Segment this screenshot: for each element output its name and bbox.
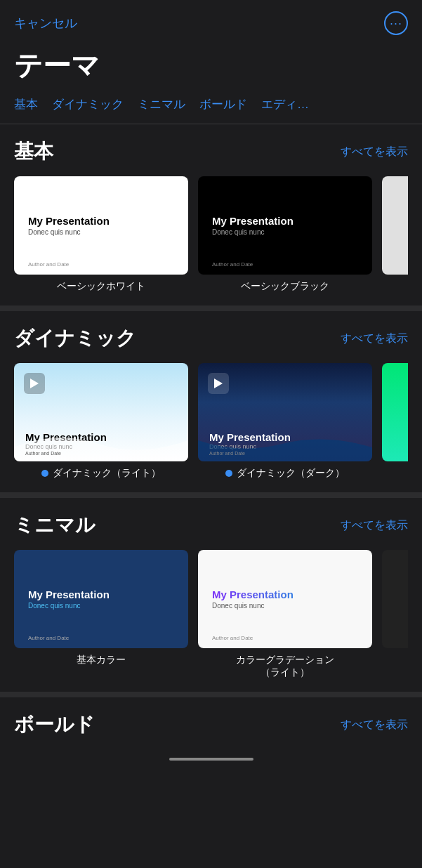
basic-black-author: Author and Date [212, 261, 253, 268]
tab-basic[interactable]: 基本 [14, 96, 38, 112]
basic-black-label: ベーシックブラック [241, 280, 329, 293]
wave-dark [198, 426, 372, 461]
bold-section-title: ボールド [14, 711, 95, 738]
dynamic-show-all-button[interactable]: すべてを表示 [341, 331, 408, 346]
sep-1 [0, 305, 422, 311]
dynamic-dark-label: ダイナミック（ダーク） [237, 467, 345, 480]
basic-black-card[interactable]: My Presentation Donec quis nunc Author a… [198, 176, 372, 293]
basic-third-card-partial[interactable] [382, 176, 408, 293]
sep-3 [0, 692, 422, 697]
basic-white-title: My Presentation [28, 215, 174, 227]
svg-marker-0 [30, 379, 39, 388]
tab-bold[interactable]: ボールド [199, 96, 247, 112]
more-button[interactable]: ··· [384, 11, 408, 35]
minimal-gradient-title: My Presentation [212, 588, 358, 600]
basic-section-header: 基本 すべてを表示 [14, 138, 408, 165]
more-icon: ··· [390, 16, 402, 31]
dynamic-dark-label-wrap: ダイナミック（ダーク） [225, 467, 345, 480]
dynamic-light-label-wrap: ダイナミック（ライト） [41, 467, 161, 480]
bold-section-header: ボールド すべてを表示 [14, 711, 408, 738]
scroll-indicator [169, 758, 253, 761]
svg-marker-1 [214, 379, 223, 388]
dynamic-light-label: ダイナミック（ライト） [53, 467, 161, 480]
basic-show-all-button[interactable]: すべてを表示 [341, 145, 408, 159]
dynamic-dark-author: Author and Date [209, 451, 245, 456]
minimal-third-preview-partial [382, 550, 408, 648]
dynamic-section: ダイナミック すべてを表示 My Presentation Donec quis… [0, 311, 422, 492]
minimal-gradient-label: カラーグラデーション （ライト） [236, 654, 334, 679]
minimal-color-sub: Donec quis nunc [28, 602, 174, 610]
dynamic-light-card[interactable]: My Presentation Donec quis nunc Author a… [14, 363, 188, 480]
basic-black-sub: Donec quis nunc [212, 228, 358, 236]
minimal-color-author: Author and Date [28, 635, 69, 641]
dynamic-dark-preview: My Presentation Donec quis nunc Author a… [198, 363, 372, 461]
cancel-button[interactable]: キャンセル [14, 15, 77, 32]
minimal-gradient-sub: Donec quis nunc [212, 602, 358, 610]
dynamic-third-card-partial[interactable] [382, 363, 408, 480]
minimal-color-preview: My Presentation Donec quis nunc Author a… [14, 550, 188, 648]
dynamic-cards-row: My Presentation Donec quis nunc Author a… [14, 363, 408, 485]
dynamic-section-header: ダイナミック すべてを表示 [14, 325, 408, 352]
minimal-gradient-author: Author and Date [212, 635, 253, 641]
dynamic-light-dot [41, 470, 48, 477]
dynamic-section-title: ダイナミック [14, 325, 136, 352]
minimal-gradient-preview: My Presentation Donec quis nunc Author a… [198, 550, 372, 648]
minimal-gradient-card[interactable]: My Presentation Donec quis nunc Author a… [198, 550, 372, 679]
basic-third-preview-partial [382, 176, 408, 275]
sep-2 [0, 492, 422, 498]
minimal-color-label: 基本カラー [77, 654, 126, 666]
dynamic-dark-card[interactable]: My Presentation Donec quis nunc Author a… [198, 363, 372, 480]
basic-cards-row: My Presentation Donec quis nunc Author a… [14, 176, 408, 298]
basic-black-title: My Presentation [212, 215, 358, 227]
bottom-bar [0, 752, 422, 763]
wave-light [14, 426, 188, 461]
minimal-color-title: My Presentation [28, 588, 174, 600]
basic-white-card[interactable]: My Presentation Donec quis nunc Author a… [14, 176, 188, 293]
page-title: テーマ [0, 41, 422, 96]
category-tabs: 基本 ダイナミック ミニマル ボールド エディ… [0, 96, 422, 124]
play-icon-dark [208, 373, 229, 394]
minimal-section-title: ミニマル [14, 512, 95, 539]
basic-section: 基本 すべてを表示 My Presentation Donec quis nun… [0, 124, 422, 305]
dynamic-light-author: Author and Date [25, 451, 61, 456]
dynamic-dark-dot [225, 470, 232, 477]
dynamic-third-preview-partial [382, 363, 408, 461]
bold-show-all-button[interactable]: すべてを表示 [341, 718, 408, 732]
minimal-show-all-button[interactable]: すべてを表示 [341, 518, 408, 533]
bold-section: ボールド すべてを表示 [0, 697, 422, 752]
minimal-section: ミニマル すべてを表示 My Presentation Donec quis n… [0, 498, 422, 692]
dynamic-light-preview: My Presentation Donec quis nunc Author a… [14, 363, 188, 461]
tab-edit[interactable]: エディ… [261, 96, 309, 112]
basic-white-preview: My Presentation Donec quis nunc Author a… [14, 176, 188, 275]
minimal-section-header: ミニマル すべてを表示 [14, 512, 408, 539]
basic-white-author: Author and Date [28, 261, 69, 268]
minimal-cards-row: My Presentation Donec quis nunc Author a… [14, 550, 408, 685]
basic-white-label: ベーシックホワイト [57, 280, 145, 293]
header: キャンセル ··· [0, 0, 422, 41]
basic-black-preview: My Presentation Donec quis nunc Author a… [198, 176, 372, 275]
play-icon-light [24, 373, 45, 394]
minimal-color-card[interactable]: My Presentation Donec quis nunc Author a… [14, 550, 188, 679]
tab-minimal[interactable]: ミニマル [138, 96, 185, 112]
tab-dynamic[interactable]: ダイナミック [52, 96, 124, 112]
minimal-third-card-partial[interactable] [382, 550, 408, 679]
basic-white-sub: Donec quis nunc [28, 228, 174, 236]
basic-section-title: 基本 [14, 138, 53, 165]
